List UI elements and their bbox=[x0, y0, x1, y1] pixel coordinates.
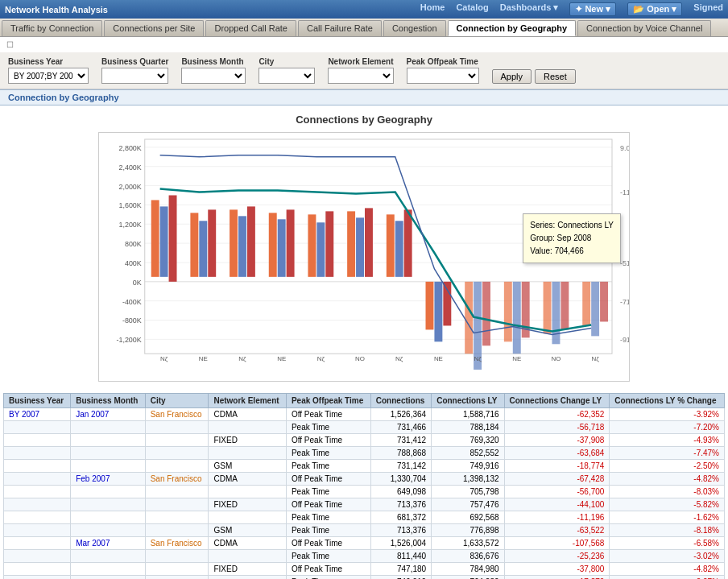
table-cell: Off Peak Time bbox=[286, 498, 370, 511]
filter-city-select[interactable] bbox=[259, 68, 315, 84]
table-cell bbox=[71, 460, 145, 473]
table-cell bbox=[4, 576, 71, 580]
tab-voice-channel[interactable]: Connection by Voice Channel bbox=[577, 20, 711, 36]
table-cell: 749,916 bbox=[432, 460, 504, 473]
tab-traffic[interactable]: Traffic by Connection bbox=[2, 20, 102, 36]
table-cell: CDMA bbox=[209, 473, 286, 486]
table-cell: 776,898 bbox=[432, 524, 504, 537]
tab-call-failure[interactable]: Call Failure Rate bbox=[298, 20, 382, 36]
table-cell: CDMA bbox=[209, 537, 286, 550]
table-cell bbox=[4, 524, 71, 537]
table-cell: -7.20% bbox=[610, 421, 725, 434]
table-cell: San Francisco bbox=[145, 537, 209, 550]
table-cell: -4.82% bbox=[610, 563, 725, 576]
svg-rect-45 bbox=[365, 208, 373, 276]
table-cell: 1,526,004 bbox=[370, 537, 431, 550]
filter-business-month: Business Month bbox=[181, 57, 246, 84]
table-cell bbox=[145, 550, 209, 563]
table-cell: -11,196 bbox=[504, 511, 610, 524]
table-cell: 731,142 bbox=[370, 460, 431, 473]
filter-business-year-label: Business Year bbox=[8, 57, 89, 66]
table-cell bbox=[71, 576, 145, 580]
filter-network-element-select[interactable] bbox=[328, 68, 393, 84]
tab-connection-geo[interactable]: Connection by Geography bbox=[448, 20, 577, 36]
table-cell: 836,676 bbox=[432, 550, 504, 563]
svg-text:Νζ: Νζ bbox=[238, 355, 246, 362]
svg-text:9.00%: 9.00% bbox=[620, 144, 629, 152]
svg-rect-30 bbox=[169, 195, 177, 281]
table-cell: Peak Time bbox=[286, 511, 370, 524]
nav-open[interactable]: 📂 Open ▾ bbox=[627, 2, 682, 16]
nav-new[interactable]: ✦ New ▾ bbox=[569, 2, 616, 16]
table-cell: -8.18% bbox=[610, 524, 725, 537]
chart-svg: 2,800K 2,400K 2,000K 1,600K 1,200K 800K … bbox=[99, 133, 629, 381]
table-cell: GSM bbox=[209, 524, 286, 537]
table-cell: -37,908 bbox=[504, 434, 610, 447]
apply-button[interactable]: Apply bbox=[492, 69, 532, 84]
svg-text:ΝΕ: ΝΕ bbox=[199, 355, 208, 362]
tab-dropped[interactable]: Dropped Call Rate bbox=[205, 20, 296, 36]
svg-text:ΝΕ: ΝΕ bbox=[434, 355, 443, 362]
table-cell bbox=[209, 421, 286, 434]
table-cell bbox=[4, 473, 71, 486]
svg-rect-37 bbox=[269, 213, 277, 276]
svg-rect-60 bbox=[560, 282, 569, 330]
table-header-cell: City bbox=[145, 394, 209, 408]
svg-text:-400K: -400K bbox=[122, 298, 142, 306]
table-cell bbox=[71, 486, 145, 498]
svg-text:1,200K: 1,200K bbox=[118, 221, 141, 229]
svg-text:2,000K: 2,000K bbox=[118, 183, 141, 191]
table-cell: -4.82% bbox=[610, 473, 725, 486]
table-cell: Peak Time bbox=[286, 550, 370, 563]
table-cell: 852,552 bbox=[432, 447, 504, 460]
table-cell bbox=[145, 524, 209, 537]
table-cell: -2.27% bbox=[610, 576, 725, 580]
tab-congestion[interactable]: Congestion bbox=[383, 20, 446, 36]
table-cell: Peak Time bbox=[286, 421, 370, 434]
table-cell: -44,100 bbox=[504, 498, 610, 511]
table-cell: Off Peak Time bbox=[286, 434, 370, 447]
svg-text:-51.00%: -51.00% bbox=[620, 259, 629, 267]
table-cell: -6.58% bbox=[610, 537, 725, 550]
table-cell: -25,236 bbox=[504, 550, 610, 563]
reset-button[interactable]: Reset bbox=[535, 69, 576, 84]
table-header-cell: Peak Offpeak Time bbox=[286, 394, 370, 408]
table-cell: -5.82% bbox=[610, 498, 725, 511]
svg-rect-61 bbox=[582, 282, 590, 326]
table-cell: 1,526,364 bbox=[370, 408, 431, 421]
svg-text:2,800K: 2,800K bbox=[118, 144, 141, 152]
table-cell bbox=[145, 460, 209, 473]
nav-dashboards[interactable]: Dashboards ▾ bbox=[500, 2, 559, 16]
table-row: Peak Time788,868852,552-63,684-7.47% bbox=[4, 447, 725, 460]
table-cell: -3.92% bbox=[610, 408, 725, 421]
table-cell: -63,522 bbox=[504, 524, 610, 537]
table-cell: -56,718 bbox=[504, 421, 610, 434]
table-header: Business YearBusiness MonthCityNetwork E… bbox=[4, 394, 725, 408]
tab-connections-site[interactable]: Connections per Site bbox=[104, 20, 204, 36]
table-cell: -3.02% bbox=[610, 550, 725, 563]
table-cell bbox=[209, 486, 286, 498]
table-cell: 731,412 bbox=[370, 434, 431, 447]
table-cell: 713,376 bbox=[370, 524, 431, 537]
filter-peak-offpeak-select[interactable] bbox=[407, 68, 479, 84]
filter-business-month-select[interactable] bbox=[181, 68, 246, 84]
filter-business-quarter-select[interactable] bbox=[101, 68, 168, 84]
table-cell bbox=[4, 460, 71, 473]
table-cell bbox=[4, 421, 71, 434]
table-cell: -1.62% bbox=[610, 511, 725, 524]
filter-business-quarter: Business Quarter bbox=[101, 57, 168, 84]
filter-business-year-select[interactable]: BY 2007;BY 200 bbox=[8, 68, 89, 84]
table-header-cell: Connections Change LY bbox=[504, 394, 610, 408]
data-table-container: Business YearBusiness MonthCityNetwork E… bbox=[0, 393, 728, 579]
tab-bar: Traffic by ConnectionConnections per Sit… bbox=[0, 19, 728, 37]
nav-catalog[interactable]: Catalog bbox=[456, 2, 488, 16]
table-cell: 811,440 bbox=[370, 550, 431, 563]
table-cell: CDMA bbox=[209, 408, 286, 421]
svg-text:Νζ: Νζ bbox=[160, 355, 168, 362]
filter-city-label: City bbox=[259, 57, 315, 66]
nav-home[interactable]: Home bbox=[420, 2, 445, 16]
svg-rect-33 bbox=[208, 209, 216, 276]
table-header-cell: Connections bbox=[370, 394, 431, 408]
svg-rect-31 bbox=[190, 213, 198, 276]
table-cell bbox=[4, 434, 71, 447]
